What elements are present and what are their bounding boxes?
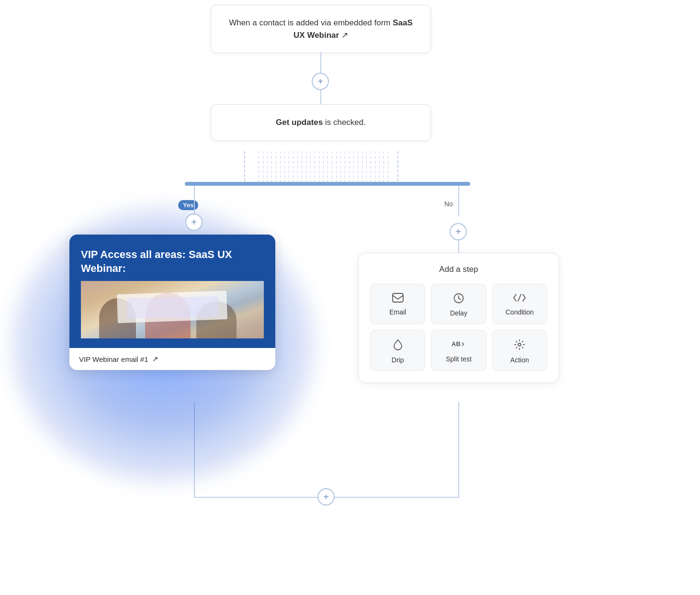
- email-preview-image: [81, 281, 264, 338]
- step-item-split-test[interactable]: AB Split test: [431, 330, 486, 371]
- email-preview-card[interactable]: VIP Access all areas: SaaS UX Webinar:: [69, 235, 275, 370]
- step-item-drip[interactable]: Drip: [370, 330, 425, 371]
- email-ext-icon: ↗: [152, 355, 158, 363]
- email-step-label: Email: [389, 308, 406, 316]
- step-item-action[interactable]: Action: [492, 330, 547, 371]
- workflow-canvas: When a contact is added via embedded for…: [0, 0, 700, 595]
- dashed-connector-left: [244, 151, 245, 186]
- branch-bar: [185, 182, 470, 186]
- delay-step-icon: [453, 293, 464, 305]
- connector-line-2: [320, 90, 321, 105]
- add-step-title: Add a step: [370, 265, 547, 274]
- email-preview-link-text: VIP Webinar email #1: [79, 355, 148, 363]
- drip-step-label: Drip: [392, 356, 404, 364]
- add-step-yes-button[interactable]: +: [185, 213, 203, 231]
- split-test-step-icon: AB: [452, 339, 466, 351]
- step-item-email[interactable]: Email: [370, 284, 425, 324]
- condition-text: Get updates is checked.: [276, 118, 366, 127]
- step-grid: Email Delay: [370, 284, 547, 371]
- delay-step-label: Delay: [450, 309, 467, 317]
- action-step-label: Action: [510, 356, 529, 364]
- add-step-bottom-button[interactable]: +: [317, 488, 335, 505]
- ext-link-icon: ↗: [341, 31, 348, 40]
- email-preview-header: VIP Access all areas: SaaS UX Webinar:: [69, 235, 275, 348]
- trigger-text: When a contact is added via embedded for…: [229, 18, 413, 40]
- trigger-node[interactable]: When a contact is added via embedded for…: [211, 5, 431, 53]
- add-step-panel: Add a step Email: [358, 253, 559, 383]
- split-test-step-label: Split test: [446, 355, 472, 363]
- step-item-condition[interactable]: Condition: [492, 284, 547, 324]
- no-bottom-line: [458, 402, 459, 498]
- yes-label: Yes: [178, 200, 198, 210]
- action-step-icon: [514, 339, 525, 352]
- svg-rect-0: [393, 293, 403, 302]
- dashed-pattern: [259, 151, 388, 184]
- email-preview-footer: VIP Webinar email #1 ↗: [69, 348, 275, 370]
- trigger-form-name: SaaS UX Webinar: [294, 18, 413, 40]
- yes-branch-line: [194, 186, 195, 216]
- svg-point-3: [518, 343, 521, 346]
- condition-node[interactable]: Get updates is checked.: [211, 104, 431, 141]
- add-step-no-button[interactable]: +: [450, 223, 467, 240]
- email-step-icon: [392, 293, 404, 304]
- email-preview-title: VIP Access all areas: SaaS UX Webinar:: [81, 248, 264, 275]
- step-item-delay[interactable]: Delay: [431, 284, 486, 324]
- condition-step-icon: [513, 293, 526, 304]
- connector-line-1: [320, 52, 321, 76]
- condition-field: Get updates: [276, 118, 323, 127]
- dashed-connector-right: [397, 151, 398, 186]
- no-label: No: [444, 200, 453, 208]
- condition-step-label: Condition: [506, 308, 534, 316]
- yes-bottom-line: [194, 402, 195, 498]
- svg-text:AB: AB: [452, 340, 461, 348]
- add-step-button-1[interactable]: +: [312, 73, 329, 90]
- drip-step-icon: [393, 339, 403, 352]
- no-branch-line: [458, 186, 459, 216]
